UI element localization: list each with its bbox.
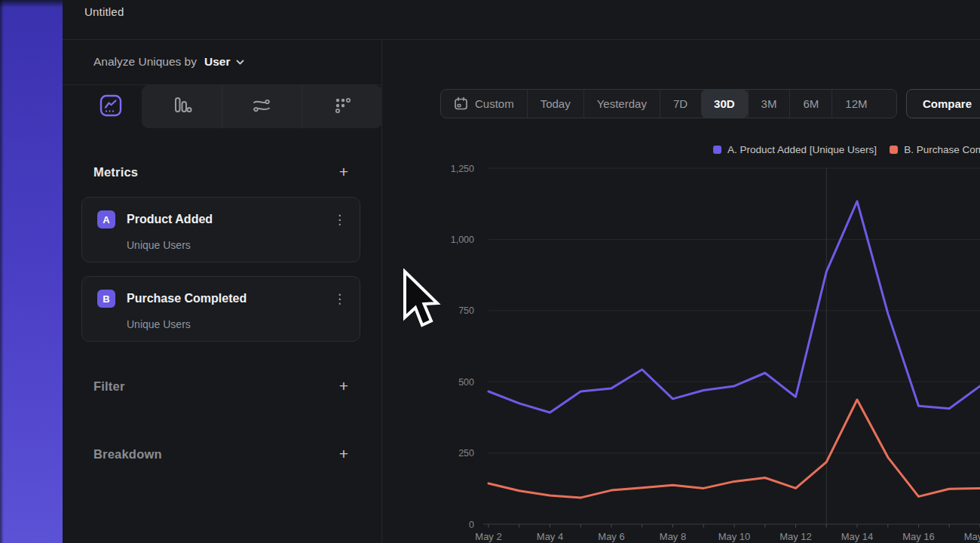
document-title[interactable]: Untitled	[84, 5, 124, 18]
range-custom-button[interactable]: Custom	[441, 90, 527, 118]
metric-name: Product Added	[127, 213, 330, 226]
range-today-button[interactable]: Today	[527, 90, 583, 118]
metric-subtitle: Unique Users	[127, 318, 191, 330]
svg-text:1,250: 1,250	[451, 164, 474, 174]
svg-text:May 8: May 8	[660, 531, 686, 542]
svg-text:250: 250	[458, 448, 474, 459]
svg-text:May 10: May 10	[718, 531, 751, 542]
add-filter-button[interactable]: +	[338, 379, 350, 394]
legend-swatch-purple	[713, 146, 721, 154]
compare-button[interactable]: Compare	[906, 89, 980, 118]
svg-text:May 4: May 4	[537, 531, 563, 542]
tab-bar-chart[interactable]	[142, 85, 222, 128]
bar-chart-icon	[170, 94, 193, 119]
metrics-heading: Metrics	[93, 165, 138, 179]
calendar-icon	[454, 97, 468, 111]
retention-icon	[331, 94, 354, 119]
svg-text:May 12: May 12	[779, 531, 812, 542]
line-chart[interactable]: 02505007501,0001,250May 2May 4May 6May 8…	[383, 0, 980, 543]
metric-card-b[interactable]: B Purchase Completed ⋮ Unique Users	[81, 276, 360, 342]
svg-text:0: 0	[469, 520, 474, 530]
filter-heading: Filter	[93, 379, 125, 394]
brand-gradient-strip	[0, 0, 63, 543]
range-yesterday-button[interactable]: Yesterday	[583, 90, 660, 118]
range-6m-button[interactable]: 6M	[789, 90, 831, 118]
range-3m-button[interactable]: 3M	[748, 90, 790, 118]
svg-text:May 2: May 2	[475, 531, 501, 542]
analyze-label: Analyze Uniques by	[93, 55, 197, 69]
tab-retention[interactable]	[302, 85, 382, 128]
svg-text:May 18: May 18	[964, 531, 980, 542]
filter-header-row: Filter +	[81, 377, 360, 395]
tab-line-chart[interactable]	[79, 85, 142, 128]
breakdown-heading: Breakdown	[93, 447, 162, 462]
line-chart-icon	[100, 94, 122, 119]
metric-subtitle: Unique Users	[127, 239, 191, 251]
svg-text:750: 750	[458, 305, 474, 316]
kebab-menu-icon[interactable]: ⋮	[330, 293, 349, 305]
range-12m-button[interactable]: 12M	[831, 90, 880, 118]
chart-panel: Custom Today Yesterday 7D 30D 3M 6M 12M …	[383, 0, 980, 543]
range-7d-button[interactable]: 7D	[660, 90, 700, 118]
legend-item-b: B. Purchase Completed [Unique Users]	[890, 144, 980, 155]
svg-text:May 6: May 6	[598, 531, 624, 542]
metric-card-a[interactable]: A Product Added ⋮ Unique Users	[81, 197, 360, 262]
add-breakdown-button[interactable]: +	[338, 446, 350, 462]
metrics-header-row: Metrics +	[81, 163, 360, 181]
chart-legend: A. Product Added [Unique Users] B. Purch…	[713, 143, 980, 155]
chevron-down-icon[interactable]	[236, 60, 244, 65]
metric-badge-a: A	[97, 210, 115, 229]
metric-badge-b: B	[97, 290, 115, 308]
range-30d-button[interactable]: 30D	[701, 90, 748, 118]
date-range-picker: Custom Today Yesterday 7D 30D 3M 6M 12M	[440, 89, 897, 118]
svg-text:May 14: May 14	[841, 531, 874, 542]
analyze-uniques-row: Analyze Uniques by User	[93, 53, 244, 71]
svg-text:May 16: May 16	[902, 531, 935, 542]
analyze-value-dropdown[interactable]: User	[204, 55, 230, 69]
metric-name: Purchase Completed	[127, 292, 330, 305]
breakdown-header-row: Breakdown +	[81, 445, 360, 463]
tab-flows[interactable]	[222, 85, 302, 128]
query-sidebar: Analyze Uniques by User	[63, 40, 382, 543]
kebab-menu-icon[interactable]: ⋮	[330, 213, 349, 226]
svg-text:1,000: 1,000	[451, 235, 474, 245]
add-metric-button[interactable]: +	[338, 164, 350, 179]
legend-swatch-orange	[890, 146, 898, 154]
legend-item-a: A. Product Added [Unique Users]	[713, 144, 877, 155]
flows-icon	[250, 94, 273, 119]
svg-text:500: 500	[458, 377, 474, 388]
